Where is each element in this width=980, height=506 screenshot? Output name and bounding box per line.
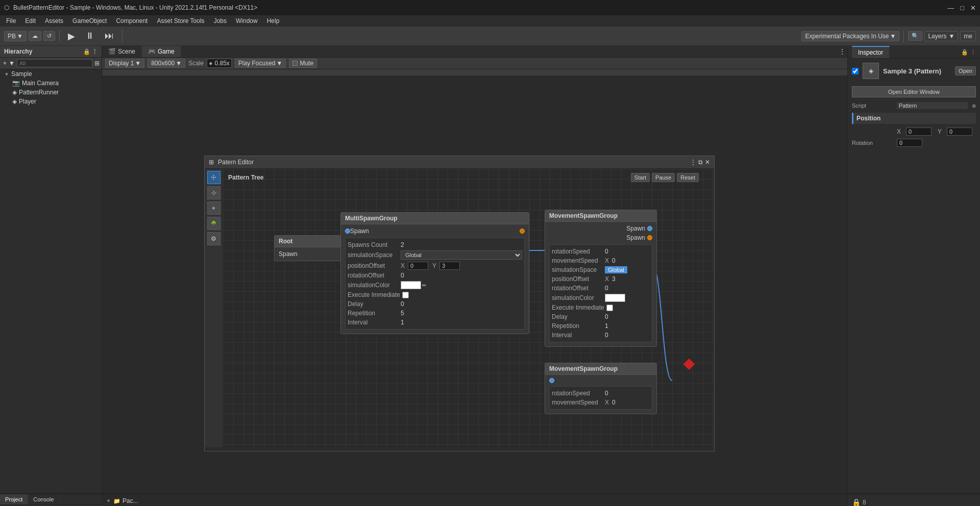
mute-toggle[interactable]: Mute xyxy=(289,59,317,68)
hierarchy-search-icon[interactable]: ▼ xyxy=(9,60,15,67)
reset-button[interactable]: Reset xyxy=(677,173,699,182)
hierarchy-filter-icon[interactable]: ⊞ xyxy=(94,60,100,67)
pe-tool-pattern-tree[interactable]: 🌳 xyxy=(207,217,220,230)
project-tree: ▼ 📁 Pac... ▶ 📁 Documentation ▶ 📁 Editor … xyxy=(102,494,847,506)
menu-window[interactable]: Window xyxy=(232,16,262,26)
inspector-pos-y-input[interactable] xyxy=(947,128,972,136)
inspector-rotation-input[interactable] xyxy=(897,139,922,147)
hierarchy-item-patternrunner[interactable]: ◈ PatternRunner xyxy=(0,88,102,97)
prop-sim-space-val-ms1[interactable]: Global xyxy=(605,266,627,273)
pattern-editor-close-icon[interactable]: ✕ xyxy=(705,159,710,166)
pb-dropdown[interactable]: PB ▼ xyxy=(4,31,27,41)
menu-component[interactable]: Component xyxy=(112,16,152,26)
step-button[interactable]: ⏭ xyxy=(101,30,118,42)
open-editor-window-button[interactable]: Open Editor Window xyxy=(852,86,976,97)
display-dropdown[interactable]: Display 1 ▼ xyxy=(105,59,144,68)
inspector-obj-icon: ◈ xyxy=(863,63,879,79)
start-button[interactable]: Start xyxy=(631,173,650,182)
node-movement-spawn-1-content: Spawn Spawn rotationSpeed xyxy=(545,222,656,346)
resolution-dropdown[interactable]: 800x600 ▼ xyxy=(148,59,185,68)
pe-tool-hand[interactable]: ☩ xyxy=(207,171,220,184)
tab-scene[interactable]: 🎬 Scene xyxy=(102,46,142,57)
prop-pos-y-input-multi[interactable] xyxy=(439,262,460,270)
menu-gameobject[interactable]: GameObject xyxy=(68,16,111,26)
prop-rot-speed-label-ms2: rotationSpeed xyxy=(552,390,603,397)
prop-exec-imm-multi: Execute Immediate xyxy=(348,290,522,299)
play-focused-dropdown[interactable]: Play Focused ▼ xyxy=(235,59,286,68)
node-ms1-spawn2-port[interactable] xyxy=(647,235,652,240)
tab-game[interactable]: 🎮 Game xyxy=(142,46,181,57)
prop-interval-label-ms1: Interval xyxy=(552,332,603,339)
close-button[interactable]: ✕ xyxy=(970,4,976,12)
node-movement-spawn-2: MovementSpawnGroup rotationSpeed 0 xyxy=(545,363,657,414)
play-button[interactable]: ▶ xyxy=(64,30,79,43)
color-edit-icon-multi[interactable]: ✏ xyxy=(422,283,426,288)
menu-edit[interactable]: Edit xyxy=(21,16,40,26)
hierarchy-item-player[interactable]: ◈ Player xyxy=(0,97,102,106)
prop-delay-label-ms1: Delay xyxy=(552,313,603,320)
pattern-editor-options-icon[interactable]: ⋮ xyxy=(690,159,696,166)
number-badge: 8 xyxy=(863,499,866,506)
node-multispawn: MultiSpawnGroup Spawn xyxy=(340,212,529,334)
prop-spawns-count-label: Spawns Count xyxy=(348,241,399,248)
scene-game-options-icon[interactable]: ⋮ xyxy=(837,46,847,57)
multispawn-props: Spawns Count 2 simulationSpace Global Lo… xyxy=(345,238,525,330)
tab-project[interactable]: Project xyxy=(0,494,28,504)
account-dropdown[interactable]: me xyxy=(960,31,976,41)
pattern-editor-float-icon[interactable]: ⧉ xyxy=(698,159,703,166)
menu-file[interactable]: File xyxy=(2,16,20,26)
pause-button[interactable]: ⏸ xyxy=(81,30,99,42)
node-multispawn-output-port[interactable] xyxy=(520,229,525,234)
cloud-button[interactable]: ☁ xyxy=(29,31,41,41)
inspector-pos-x-input[interactable] xyxy=(906,128,932,136)
menu-help[interactable]: Help xyxy=(263,16,284,26)
color-box-multi[interactable] xyxy=(401,281,421,289)
prop-pos-x-input-multi[interactable] xyxy=(408,262,428,270)
pause-button-pe[interactable]: Pause xyxy=(652,173,675,182)
toolbar: PB ▼ ☁ ↺ ▶ ⏸ ⏭ Experimental Packages In … xyxy=(0,27,980,46)
experimental-packages-btn[interactable]: Experimental Packages In Use ▼ xyxy=(801,31,899,41)
tab-console[interactable]: Console xyxy=(28,494,59,504)
experimental-label: Experimental Packages In Use xyxy=(805,33,889,40)
node-ms2-input-port[interactable] xyxy=(549,378,554,383)
inspector-more-icon[interactable]: ⋮ xyxy=(970,49,976,56)
obj-icon-glyph: ◈ xyxy=(869,67,873,74)
menu-assetstore[interactable]: Asset Store Tools xyxy=(153,16,208,26)
hierarchy-add-icon[interactable]: + xyxy=(3,60,7,67)
prop-move-x-ms2: X xyxy=(605,399,609,406)
node-multispawn-header: MultiSpawnGroup xyxy=(341,213,529,224)
prop-exec-check-ms1[interactable] xyxy=(606,305,613,311)
hierarchy-header: Hierarchy 🔒 ⋮ xyxy=(0,46,102,58)
hierarchy-icon-patternrunner: ◈ xyxy=(12,89,17,96)
hierarchy-item-maincamera[interactable]: 📷 Main Camera xyxy=(0,79,102,88)
node-multispawn-input-port[interactable] xyxy=(345,229,350,234)
tab-inspector[interactable]: Inspector xyxy=(852,46,890,58)
prop-sim-space-dropdown-multi[interactable]: Global Local xyxy=(401,250,522,260)
inspector-open-button[interactable]: Open xyxy=(955,66,976,75)
tree-item-packages[interactable]: ▼ 📁 Pac... xyxy=(104,496,845,505)
hierarchy-item-sample[interactable]: ▼ Sample xyxy=(0,69,102,79)
maximize-button[interactable]: □ xyxy=(960,4,964,12)
menu-assets[interactable]: Assets xyxy=(41,16,67,26)
layers-dropdown[interactable]: Layers ▼ xyxy=(924,31,958,41)
menu-jobs[interactable]: Jobs xyxy=(210,16,231,26)
search-toolbar-button[interactable]: 🔍 xyxy=(908,31,922,41)
minimize-button[interactable]: — xyxy=(947,4,954,12)
pe-tool-select[interactable]: ⊹ xyxy=(207,186,220,199)
pattern-canvas[interactable]: Pattern Tree Start Pause Reset xyxy=(223,169,714,447)
prop-sim-color-swatch-multi[interactable]: ✏ xyxy=(401,281,426,289)
inspector-obj-enabled[interactable] xyxy=(852,68,859,74)
tree-label-packages: Pac... xyxy=(122,497,138,504)
inspector-obj-info: Sample 3 (Pattern) xyxy=(883,67,951,75)
pattern-editor-header: ⊞ Patern Editor ⋮ ⧉ ✕ xyxy=(205,156,714,169)
inspector-lock-icon[interactable]: 🔒 xyxy=(961,49,968,56)
undo-button[interactable]: ↺ xyxy=(43,31,55,41)
color-box-ms1[interactable] xyxy=(605,294,625,302)
node-ms1-input-port[interactable] xyxy=(647,226,652,231)
game-icon: 🎮 xyxy=(148,48,156,55)
pe-tool-move[interactable]: ⌖ xyxy=(207,201,220,215)
hierarchy-search-input[interactable] xyxy=(17,59,92,67)
pe-tool-settings[interactable]: ⚙ xyxy=(207,232,220,245)
prop-exec-imm-check-multi[interactable] xyxy=(402,292,409,298)
spawn-label-root: Spawn xyxy=(279,250,298,258)
